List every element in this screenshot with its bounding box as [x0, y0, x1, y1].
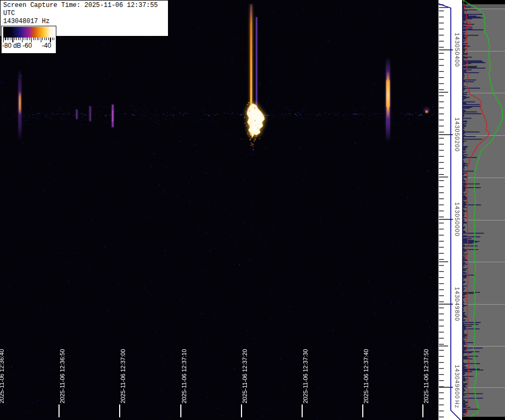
- frequency-axis-label: 143050400: [454, 33, 460, 67]
- time-axis-label: 2025-11-06 12:36:40: [0, 349, 5, 403]
- time-axis-label: 2025-11-06 12:36:50: [59, 349, 65, 403]
- frequency-axis-label: 143049600: [454, 365, 460, 399]
- colorbar-label-min: -80 dB: [2, 42, 21, 49]
- colorbar-minor-ticks: [3, 38, 54, 40]
- colorbar-label-max: -40: [42, 42, 51, 49]
- time-axis-label: 2025-11-06 12:37:40: [363, 349, 369, 403]
- spectrogram-waterfall: [0, 0, 438, 420]
- frequency-axis: 1430504001430502001430500001430498001430…: [438, 0, 462, 420]
- time-tick: [241, 404, 242, 417]
- spectrum-graph: [462, 0, 505, 420]
- time-axis-label: 2025-11-06 12:37:30: [302, 349, 309, 403]
- capture-time-text: Screen Capture Time: 2025-11-06 12:37:55…: [3, 2, 166, 18]
- time-axis-label: 2025-11-06 12:37:50: [423, 349, 429, 403]
- colorbar-gradient: [3, 27, 54, 38]
- time-tick: [58, 404, 60, 417]
- frequency-axis-unit: Hz: [454, 400, 460, 408]
- frequency-axis-label: 143050000: [454, 202, 460, 237]
- time-axis-label: 2025-11-06 12:37:20: [241, 349, 248, 403]
- frequency-axis-label: 143050200: [454, 117, 460, 152]
- frequency-axis-label: 143049800: [454, 287, 460, 321]
- time-axis-label: 2025-11-06 12:37:10: [181, 349, 187, 403]
- time-tick: [180, 404, 181, 417]
- colorbar-label-mid: -60: [23, 42, 32, 49]
- time-axis-label: 2025-11-06 12:37:00: [120, 349, 126, 403]
- intensity-colorbar: -80 dB -60 -40: [1, 26, 56, 54]
- screen-capture-view: 2025-11-06 12:36:402025-11-06 12:36:5020…: [0, 0, 505, 420]
- time-tick: [362, 404, 363, 417]
- time-tick: [422, 404, 423, 417]
- time-tick: [119, 404, 120, 417]
- center-frequency-text: 143048017 Hz: [3, 18, 166, 26]
- time-tick: [302, 404, 303, 417]
